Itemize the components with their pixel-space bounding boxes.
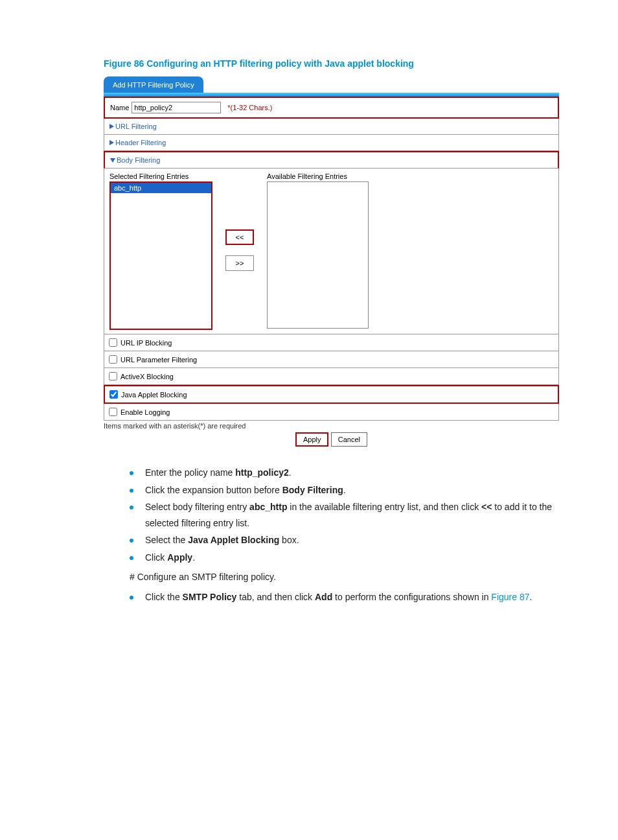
selected-entries-list[interactable]: abc_http	[109, 181, 212, 330]
bullet-icon	[130, 471, 133, 475]
java-applet-blocking-row[interactable]: Java Applet Blocking	[104, 385, 559, 404]
available-entries-list[interactable]	[267, 181, 369, 329]
activex-blocking-checkbox[interactable]	[109, 372, 117, 380]
required-note: Items marked with an asterisk(*) are req…	[104, 422, 559, 430]
url-ip-blocking-row[interactable]: URL IP Blocking	[104, 334, 559, 351]
url-param-filtering-checkbox[interactable]	[109, 355, 117, 364]
url-filtering-row[interactable]: URL Filtering	[104, 119, 559, 135]
name-label: Name	[110, 104, 129, 111]
step-4: Select the Java Applet Blocking box.	[130, 532, 557, 548]
step-3: Select body filtering entry abc_http in …	[130, 499, 557, 531]
header-filtering-row[interactable]: Header Filtering	[104, 135, 559, 151]
body-filtering-row[interactable]: Body Filtering	[104, 151, 559, 169]
header-filtering-label: Header Filtering	[115, 139, 166, 146]
body-filtering-content: Selected Filtering Entries abc_http << >…	[104, 169, 559, 334]
java-applet-blocking-label: Java Applet Blocking	[121, 391, 187, 399]
tab-add-http-filtering[interactable]: Add HTTP Filtering Policy	[104, 76, 203, 93]
url-ip-blocking-checkbox[interactable]	[109, 338, 117, 347]
enable-logging-row[interactable]: Enable Logging	[104, 404, 559, 421]
enable-logging-checkbox[interactable]	[109, 408, 117, 416]
name-input[interactable]	[132, 102, 221, 113]
screenshot-panel: Add HTTP Filtering Policy Name *(1-32 Ch…	[104, 76, 559, 447]
bullet-icon	[130, 506, 133, 509]
step-6: Click the SMTP Policy tab, and then clic…	[130, 589, 557, 605]
bullet-icon	[130, 556, 133, 560]
figure-title: Figure 86 Configuring an HTTP filtering …	[104, 58, 579, 69]
body-filtering-label: Body Filtering	[117, 156, 160, 164]
remove-button[interactable]: >>	[225, 255, 254, 271]
add-button[interactable]: <<	[225, 229, 254, 245]
list-item[interactable]: abc_http	[111, 183, 211, 193]
url-ip-blocking-label: URL IP Blocking	[120, 339, 172, 347]
cancel-button[interactable]: Cancel	[331, 432, 367, 447]
figure-link[interactable]: Figure 87	[491, 592, 529, 602]
step-2: Click the expansion button before Body F…	[130, 482, 557, 498]
step-1: Enter the policy name http_policy2.	[130, 465, 557, 481]
url-param-filtering-row[interactable]: URL Parameter Filtering	[104, 351, 559, 368]
chevron-down-icon	[110, 158, 115, 163]
selected-entries-label: Selected Filtering Entries	[109, 172, 212, 180]
bullet-icon	[130, 596, 133, 600]
available-entries-label: Available Filtering Entries	[267, 172, 369, 180]
activex-blocking-row[interactable]: ActiveX Blocking	[104, 368, 559, 385]
chevron-right-icon	[109, 124, 114, 129]
chevron-right-icon	[109, 140, 114, 145]
bullet-icon	[130, 489, 133, 493]
activex-blocking-label: ActiveX Blocking	[120, 373, 174, 380]
enable-logging-label: Enable Logging	[120, 408, 170, 416]
step-5: Click Apply.	[130, 550, 557, 566]
url-param-filtering-label: URL Parameter Filtering	[120, 356, 197, 364]
url-filtering-label: URL Filtering	[115, 122, 157, 130]
apply-button[interactable]: Apply	[295, 432, 329, 447]
java-applet-blocking-checkbox[interactable]	[109, 390, 118, 399]
instructions: Enter the policy name http_policy2. Clic…	[130, 465, 557, 605]
config-line: # Configure an SMTP filtering policy.	[130, 569, 557, 585]
name-row: Name *(1-32 Chars.)	[104, 97, 559, 119]
bullet-icon	[130, 539, 133, 542]
name-hint: *(1-32 Chars.)	[227, 104, 272, 111]
